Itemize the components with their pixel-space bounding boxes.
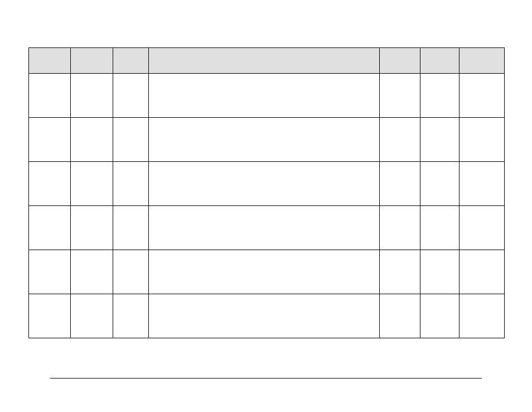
table-cell <box>70 294 113 338</box>
table-cell <box>70 118 113 162</box>
table-cell <box>29 206 71 250</box>
table-cell <box>420 250 459 294</box>
table-cell <box>113 118 149 162</box>
table-cell <box>149 206 380 250</box>
table-cell <box>149 294 380 338</box>
table-cell <box>29 74 71 118</box>
table-cell <box>70 206 113 250</box>
table-header-cell <box>420 48 459 74</box>
table-cell <box>113 250 149 294</box>
table-cell <box>113 294 149 338</box>
table-header-cell <box>380 48 420 74</box>
table-cell <box>420 294 459 338</box>
table-cell <box>460 250 505 294</box>
table-cell <box>380 206 420 250</box>
table-cell <box>149 250 380 294</box>
table-row <box>29 250 505 294</box>
table-cell <box>380 250 420 294</box>
table-header-row <box>29 48 505 74</box>
page <box>0 0 532 412</box>
table-cell <box>380 74 420 118</box>
table-cell <box>380 162 420 206</box>
table-cell <box>420 74 459 118</box>
table-cell <box>460 206 505 250</box>
table-header-cell <box>460 48 505 74</box>
table-cell <box>460 294 505 338</box>
data-table <box>28 47 505 338</box>
table-cell <box>29 294 71 338</box>
table-header-cell <box>113 48 149 74</box>
table-cell <box>113 74 149 118</box>
table-cell <box>420 206 459 250</box>
table-cell <box>70 250 113 294</box>
table-cell <box>420 162 459 206</box>
table-cell <box>149 74 380 118</box>
table-cell <box>460 162 505 206</box>
table-header-cell <box>149 48 380 74</box>
table-cell <box>29 162 71 206</box>
table-cell <box>113 162 149 206</box>
footer-divider <box>50 378 482 379</box>
table-header-cell <box>70 48 113 74</box>
table-cell <box>70 74 113 118</box>
table-cell <box>149 162 380 206</box>
table-cell <box>380 294 420 338</box>
table-row <box>29 74 505 118</box>
table-cell <box>460 74 505 118</box>
table-row <box>29 118 505 162</box>
table-row <box>29 206 505 250</box>
table-row <box>29 162 505 206</box>
table-cell <box>149 118 380 162</box>
table-cell <box>29 250 71 294</box>
table-cell <box>380 118 420 162</box>
table-row <box>29 294 505 338</box>
table-cell <box>113 206 149 250</box>
table-cell <box>70 162 113 206</box>
table-header-cell <box>29 48 71 74</box>
table-cell <box>460 118 505 162</box>
table-cell <box>29 118 71 162</box>
table-cell <box>420 118 459 162</box>
